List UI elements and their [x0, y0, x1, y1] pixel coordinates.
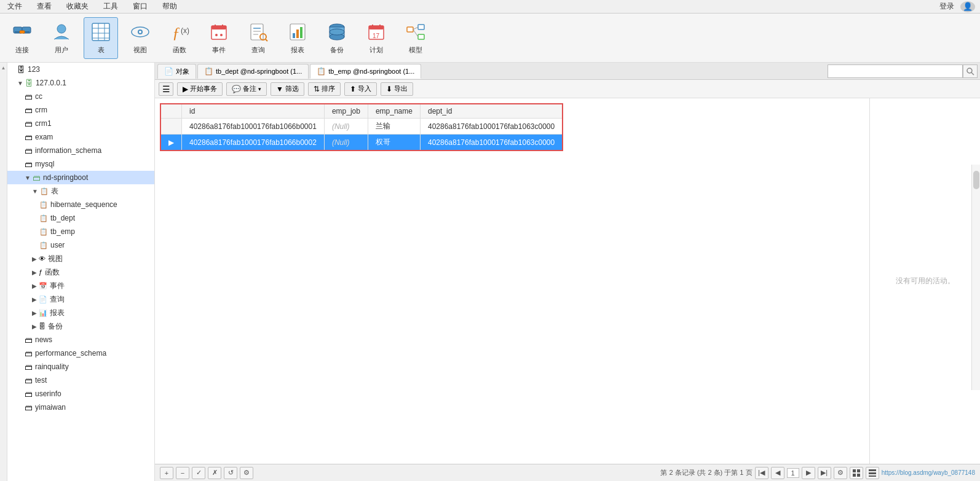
scrollbar-right[interactable] [971, 165, 980, 390]
cell-dept_id-1[interactable]: 40286a8176fab1000176fab1063c0000 [420, 119, 563, 135]
svg-rect-41 [407, 27, 413, 32]
comment-button[interactable]: 💬 备注 ▾ [226, 82, 267, 96]
toolbar-table[interactable]: 表 [84, 17, 118, 59]
table-wrapper: id emp_job emp_name dept_id 40286a8176fa… [155, 98, 869, 464]
table-and-panel: id emp_job emp_name dept_id 40286a8176fa… [155, 98, 980, 464]
config-button[interactable]: ⚙ [240, 467, 253, 479]
sidebar-item-news[interactable]: 🗃 news [7, 333, 154, 346]
toolbar-schedule[interactable]: 17 计划 [359, 17, 393, 59]
search-input[interactable] [828, 65, 963, 78]
scrollbar-thumb[interactable] [973, 171, 979, 189]
col-id[interactable]: id [182, 104, 325, 119]
sort-button[interactable]: ⇅ 排序 [308, 82, 341, 96]
menu-window[interactable]: 窗口 [130, 0, 150, 13]
cell-emp_job-1[interactable]: (Null) [324, 119, 368, 135]
toolbar-function[interactable]: ƒ(x) 函数 [162, 17, 197, 59]
check-button[interactable]: ✓ [192, 467, 205, 479]
export-button[interactable]: ⬇ 导出 [381, 82, 413, 96]
sidebar-item-crm[interactable]: 🗃 crm [7, 103, 154, 117]
sidebar-item-userinfo[interactable]: 🗃 userinfo [7, 387, 154, 401]
cell-id-1[interactable]: 40286a8176fab1000176fab1066b0001 [182, 119, 325, 135]
sidebar-item-yimaiwan[interactable]: 🗃 yimaiwan [7, 401, 154, 414]
menu-help[interactable]: 帮助 [160, 0, 180, 13]
prev-page-button[interactable]: ◀ [771, 467, 784, 479]
menu-favorites[interactable]: 收藏夹 [64, 0, 91, 13]
col-emp_name[interactable]: emp_name [368, 104, 420, 119]
x-button[interactable]: ✗ [208, 467, 221, 479]
sidebar-item-tables[interactable]: ▼ 📋 表 [7, 184, 154, 198]
sidebar-item-crm1[interactable]: 🗃 crm1 [7, 117, 154, 130]
search-button[interactable] [963, 65, 978, 78]
sidebar-item-tb_emp[interactable]: 📋 tb_emp [7, 225, 154, 238]
sidebar-item-events[interactable]: ▶ 📅 事件 [7, 279, 154, 292]
sidebar-item-reports[interactable]: ▶ 📊 报表 [7, 306, 154, 319]
menu-file[interactable]: 文件 [5, 0, 25, 13]
table-icon-tb_dept: 📋 [39, 214, 48, 222]
sidebar-item-tb_dept[interactable]: 📋 tb_dept [7, 211, 154, 225]
sidebar-item-information_schema[interactable]: 🗃 information_schema [7, 144, 154, 157]
sidebar-item-cc[interactable]: 🗃 cc [7, 90, 154, 103]
table-row[interactable]: ▶ 40286a8176fab1000176fab1066b0002 (Null… [160, 135, 563, 151]
minus-button[interactable]: − [176, 467, 189, 479]
begin-transaction-label: 开始事务 [190, 84, 217, 93]
refresh-button[interactable]: ↺ [224, 467, 237, 479]
sidebar-item-queries[interactable]: ▶ 📄 查询 [7, 292, 154, 306]
settings-button[interactable]: ⚙ [834, 467, 847, 479]
menu-tools[interactable]: 工具 [101, 0, 121, 13]
sidebar-item-123[interactable]: 🗄 123 [7, 63, 154, 76]
hamburger-button[interactable]: ☰ [159, 82, 173, 96]
expand-arrow-functions: ▶ [32, 269, 37, 276]
filter-button[interactable]: ▼ 筛选 [271, 82, 304, 96]
last-page-button[interactable]: ▶| [818, 467, 831, 479]
toolbar-model[interactable]: 模型 [398, 17, 433, 59]
sidebar-scroll-up[interactable]: ▲ [0, 63, 7, 481]
tab-tb_dept-icon: 📋 [204, 67, 213, 76]
status-url[interactable]: https://blog.asdmg/wayb_0877148 [882, 469, 975, 476]
cell-emp_name-1[interactable]: 兰输 [368, 119, 420, 135]
sidebar-item-performance_schema[interactable]: 🗃 performance_schema [7, 346, 154, 360]
sidebar-item-backups[interactable]: ▶ 🗄 备份 [7, 319, 154, 333]
sidebar-item-mysql[interactable]: 🗃 mysql [7, 157, 154, 171]
page-number[interactable]: 1 [787, 468, 799, 478]
tab-tb_dept[interactable]: 📋 tb_dept @nd-springboot (1... [197, 64, 309, 79]
toolbar-connect[interactable]: 连接 [5, 17, 39, 59]
tab-object[interactable]: 📄 对象 [157, 64, 196, 79]
toolbar-view[interactable]: 视图 [123, 17, 157, 59]
cell-emp_job-2[interactable]: (Null) [324, 135, 368, 151]
menu-view[interactable]: 查看 [34, 0, 54, 13]
sidebar-item-user[interactable]: 📋 user [7, 238, 154, 252]
sidebar-item-functions[interactable]: ▶ ƒ 函数 [7, 265, 154, 279]
form-view-button[interactable] [866, 467, 879, 479]
table-row[interactable]: 40286a8176fab1000176fab1066b0001 (Null) … [160, 119, 563, 135]
sidebar-item-hibernate_sequence[interactable]: 📋 hibernate_sequence [7, 198, 154, 211]
toolbar-report-label: 报表 [291, 45, 304, 55]
toolbar-backup[interactable]: 备份 [320, 17, 354, 59]
toolbar: 连接 用户 表 视图 ƒ(x) 函数 事件 查询 [0, 14, 980, 63]
toolbar-view-label: 视图 [133, 45, 147, 55]
cell-id-2[interactable]: 40286a8176fab1000176fab1066b0002 [182, 135, 325, 151]
sidebar-item-views[interactable]: ▶ 👁 视图 [7, 252, 154, 265]
toolbar-user[interactable]: 用户 [44, 17, 79, 59]
sidebar-item-exam[interactable]: 🗃 exam [7, 130, 154, 144]
col-emp_job[interactable]: emp_job [324, 104, 368, 119]
svg-rect-49 [857, 469, 860, 472]
toolbar-report[interactable]: 报表 [280, 17, 315, 59]
sidebar-item-127001[interactable]: ▼ 🗄 127.0.0.1 [7, 76, 154, 90]
import-button[interactable]: ⬆ 导入 [344, 82, 377, 96]
tab-tb_emp-icon: 📋 [317, 67, 326, 76]
sidebar-item-rainquality[interactable]: 🗃 rainquality [7, 360, 154, 373]
sidebar-item-test[interactable]: 🗃 test [7, 373, 154, 387]
cell-dept_id-2[interactable]: 40286a8176fab1000176fab1063c0000 [420, 135, 563, 151]
toolbar-query[interactable]: 查询 [241, 17, 275, 59]
sidebar-item-nd-springboot[interactable]: ▼ 🗃 nd-springboot [7, 171, 154, 184]
grid-view-button[interactable] [850, 467, 863, 479]
begin-transaction-button[interactable]: ▶ 开始事务 [177, 82, 223, 96]
login-button[interactable]: 登录 [937, 0, 957, 13]
next-page-button[interactable]: ▶ [802, 467, 815, 479]
tab-tb_emp[interactable]: 📋 tb_emp @nd-springboot (1... [310, 64, 421, 79]
toolbar-event[interactable]: 事件 [202, 17, 236, 59]
col-dept_id[interactable]: dept_id [420, 104, 563, 119]
add-row-button[interactable]: + [160, 467, 173, 479]
cell-emp_name-2[interactable]: 权哥 [368, 135, 420, 151]
first-page-button[interactable]: |◀ [755, 467, 769, 479]
